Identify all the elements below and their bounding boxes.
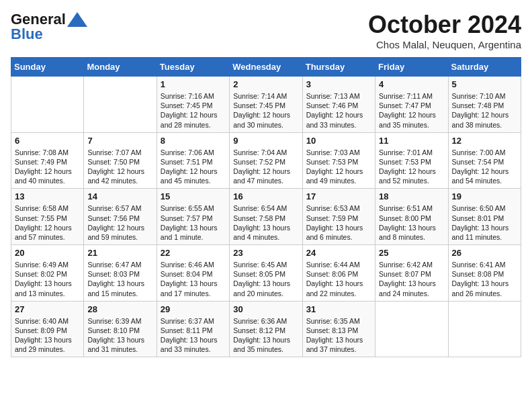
calendar-cell: 5Sunrise: 7:10 AM Sunset: 7:48 PM Daylig… [448, 77, 521, 133]
calendar-cell: 24Sunrise: 6:44 AM Sunset: 8:06 PM Dayli… [302, 245, 375, 302]
week-row-2: 6Sunrise: 7:08 AM Sunset: 7:49 PM Daylig… [11, 132, 521, 189]
day-number: 16 [233, 191, 298, 201]
cell-content: Sunrise: 6:40 AM Sunset: 8:09 PM Dayligh… [15, 316, 80, 355]
calendar-cell: 27Sunrise: 6:40 AM Sunset: 8:09 PM Dayli… [11, 301, 84, 357]
cell-content: Sunrise: 6:49 AM Sunset: 8:02 PM Dayligh… [15, 260, 80, 298]
calendar-cell: 22Sunrise: 6:46 AM Sunset: 8:04 PM Dayli… [157, 245, 229, 302]
calendar-cell [11, 77, 84, 133]
calendar-cell: 21Sunrise: 6:47 AM Sunset: 8:03 PM Dayli… [84, 245, 157, 302]
calendar-cell: 25Sunrise: 6:42 AM Sunset: 8:07 PM Dayli… [375, 245, 448, 302]
day-number: 22 [161, 248, 226, 258]
day-number: 10 [306, 136, 371, 146]
calendar-cell: 13Sunrise: 6:58 AM Sunset: 7:55 PM Dayli… [11, 189, 84, 245]
weekday-header-monday: Monday [84, 58, 157, 77]
day-number: 21 [87, 248, 152, 258]
weekday-header-row: SundayMondayTuesdayWednesdayThursdayFrid… [11, 58, 521, 77]
weekday-header-sunday: Sunday [11, 58, 84, 77]
day-number: 23 [233, 248, 298, 258]
calendar-cell: 20Sunrise: 6:49 AM Sunset: 8:02 PM Dayli… [11, 245, 84, 302]
day-number: 8 [161, 136, 226, 146]
day-number: 12 [452, 136, 517, 146]
title-block: October 2024 Chos Malal, Neuquen, Argent… [368, 11, 521, 50]
page-header: General Blue October 2024 Chos Malal, Ne… [11, 11, 521, 50]
day-number: 30 [233, 304, 298, 314]
calendar-table: SundayMondayTuesdayWednesdayThursdayFrid… [11, 57, 521, 357]
calendar-cell: 16Sunrise: 6:54 AM Sunset: 7:58 PM Dayli… [230, 189, 302, 245]
day-number: 28 [87, 304, 152, 314]
calendar-cell [375, 301, 448, 357]
calendar-cell: 3Sunrise: 7:13 AM Sunset: 7:46 PM Daylig… [302, 77, 375, 133]
cell-content: Sunrise: 6:47 AM Sunset: 8:03 PM Dayligh… [87, 260, 152, 298]
cell-content: Sunrise: 6:54 AM Sunset: 7:58 PM Dayligh… [233, 203, 298, 242]
calendar-cell: 12Sunrise: 7:00 AM Sunset: 7:54 PM Dayli… [448, 132, 521, 189]
week-row-1: 1Sunrise: 7:16 AM Sunset: 7:45 PM Daylig… [11, 77, 521, 133]
cell-content: Sunrise: 7:11 AM Sunset: 7:47 PM Dayligh… [379, 91, 444, 130]
day-number: 3 [306, 79, 371, 89]
cell-content: Sunrise: 7:06 AM Sunset: 7:51 PM Dayligh… [161, 148, 226, 186]
calendar-cell: 19Sunrise: 6:50 AM Sunset: 8:01 PM Dayli… [448, 189, 521, 245]
day-number: 13 [15, 191, 80, 201]
calendar-cell: 15Sunrise: 6:55 AM Sunset: 7:57 PM Dayli… [157, 189, 229, 245]
day-number: 4 [379, 79, 444, 89]
cell-content: Sunrise: 6:35 AM Sunset: 8:13 PM Dayligh… [306, 316, 371, 355]
month-title: October 2024 [368, 11, 521, 39]
day-number: 9 [233, 136, 298, 146]
weekday-header-thursday: Thursday [302, 58, 375, 77]
weekday-header-saturday: Saturday [448, 58, 521, 77]
calendar-cell: 30Sunrise: 6:36 AM Sunset: 8:12 PM Dayli… [230, 301, 302, 357]
calendar-cell: 10Sunrise: 7:03 AM Sunset: 7:53 PM Dayli… [302, 132, 375, 189]
cell-content: Sunrise: 6:50 AM Sunset: 8:01 PM Dayligh… [452, 203, 517, 242]
cell-content: Sunrise: 6:53 AM Sunset: 7:59 PM Dayligh… [306, 203, 371, 242]
cell-content: Sunrise: 6:55 AM Sunset: 7:57 PM Dayligh… [161, 203, 226, 242]
day-number: 7 [87, 136, 152, 146]
cell-content: Sunrise: 7:10 AM Sunset: 7:48 PM Dayligh… [452, 91, 517, 130]
weekday-header-tuesday: Tuesday [157, 58, 229, 77]
cell-content: Sunrise: 7:16 AM Sunset: 7:45 PM Dayligh… [161, 91, 226, 130]
cell-content: Sunrise: 6:41 AM Sunset: 8:08 PM Dayligh… [452, 260, 517, 298]
calendar-cell: 7Sunrise: 7:07 AM Sunset: 7:50 PM Daylig… [84, 132, 157, 189]
svg-marker-0 [67, 12, 87, 27]
cell-content: Sunrise: 6:39 AM Sunset: 8:10 PM Dayligh… [87, 316, 152, 355]
day-number: 24 [306, 248, 371, 258]
calendar-cell: 31Sunrise: 6:35 AM Sunset: 8:13 PM Dayli… [302, 301, 375, 357]
cell-content: Sunrise: 6:45 AM Sunset: 8:05 PM Dayligh… [233, 260, 298, 298]
cell-content: Sunrise: 7:01 AM Sunset: 7:53 PM Dayligh… [379, 148, 444, 186]
cell-content: Sunrise: 7:07 AM Sunset: 7:50 PM Dayligh… [87, 148, 152, 186]
cell-content: Sunrise: 6:51 AM Sunset: 8:00 PM Dayligh… [379, 203, 444, 242]
calendar-cell: 26Sunrise: 6:41 AM Sunset: 8:08 PM Dayli… [448, 245, 521, 302]
weekday-header-wednesday: Wednesday [230, 58, 302, 77]
calendar-cell: 9Sunrise: 7:04 AM Sunset: 7:52 PM Daylig… [230, 132, 302, 189]
cell-content: Sunrise: 6:46 AM Sunset: 8:04 PM Dayligh… [161, 260, 226, 298]
day-number: 31 [306, 304, 371, 314]
cell-content: Sunrise: 7:14 AM Sunset: 7:45 PM Dayligh… [233, 91, 298, 130]
day-number: 18 [379, 191, 444, 201]
week-row-4: 20Sunrise: 6:49 AM Sunset: 8:02 PM Dayli… [11, 245, 521, 302]
calendar-cell: 23Sunrise: 6:45 AM Sunset: 8:05 PM Dayli… [230, 245, 302, 302]
cell-content: Sunrise: 6:57 AM Sunset: 7:56 PM Dayligh… [87, 203, 152, 242]
day-number: 29 [161, 304, 226, 314]
calendar-cell: 28Sunrise: 6:39 AM Sunset: 8:10 PM Dayli… [84, 301, 157, 357]
cell-content: Sunrise: 6:58 AM Sunset: 7:55 PM Dayligh… [15, 203, 80, 242]
cell-content: Sunrise: 7:08 AM Sunset: 7:49 PM Dayligh… [15, 148, 80, 186]
calendar-cell: 8Sunrise: 7:06 AM Sunset: 7:51 PM Daylig… [157, 132, 229, 189]
calendar-cell: 11Sunrise: 7:01 AM Sunset: 7:53 PM Dayli… [375, 132, 448, 189]
cell-content: Sunrise: 7:04 AM Sunset: 7:52 PM Dayligh… [233, 148, 298, 186]
cell-content: Sunrise: 6:37 AM Sunset: 8:11 PM Dayligh… [161, 316, 226, 355]
day-number: 2 [233, 79, 298, 89]
cell-content: Sunrise: 6:42 AM Sunset: 8:07 PM Dayligh… [379, 260, 444, 298]
day-number: 11 [379, 136, 444, 146]
cell-content: Sunrise: 6:36 AM Sunset: 8:12 PM Dayligh… [233, 316, 298, 355]
day-number: 25 [379, 248, 444, 258]
calendar-cell: 18Sunrise: 6:51 AM Sunset: 8:00 PM Dayli… [375, 189, 448, 245]
calendar-cell: 6Sunrise: 7:08 AM Sunset: 7:49 PM Daylig… [11, 132, 84, 189]
location: Chos Malal, Neuquen, Argentina [368, 39, 521, 50]
calendar-cell: 14Sunrise: 6:57 AM Sunset: 7:56 PM Dayli… [84, 189, 157, 245]
calendar-cell: 4Sunrise: 7:11 AM Sunset: 7:47 PM Daylig… [375, 77, 448, 133]
calendar-cell: 2Sunrise: 7:14 AM Sunset: 7:45 PM Daylig… [230, 77, 302, 133]
day-number: 20 [15, 248, 80, 258]
day-number: 6 [15, 136, 80, 146]
day-number: 15 [161, 191, 226, 201]
weekday-header-friday: Friday [375, 58, 448, 77]
calendar-cell: 1Sunrise: 7:16 AM Sunset: 7:45 PM Daylig… [157, 77, 229, 133]
logo: General Blue [11, 11, 87, 43]
